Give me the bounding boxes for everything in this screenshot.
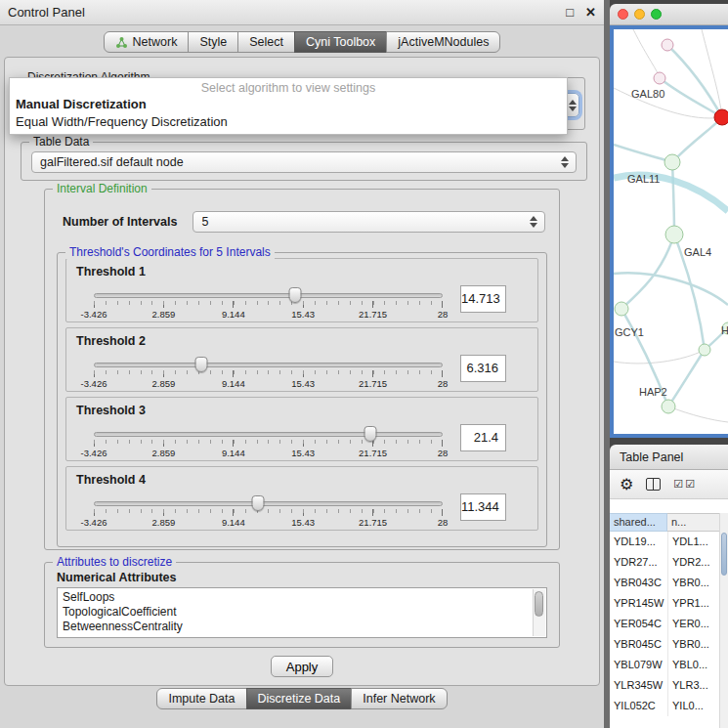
slider-thumb[interactable]: [251, 495, 264, 511]
scale-tick-label: 21.715: [359, 448, 387, 458]
tab-network[interactable]: Network: [104, 31, 190, 53]
threshold-3-value-field[interactable]: 21.4: [460, 424, 506, 451]
table-row[interactable]: YPR145WYPR1...: [610, 593, 728, 614]
network-node[interactable]: [615, 302, 628, 316]
group-label: Interval Definition: [53, 182, 151, 195]
column-header-shared-name[interactable]: shared...: [610, 513, 667, 532]
threshold-4-slider[interactable]: -3.426 2.859 9.144 15.43 21.715 28: [92, 495, 445, 529]
table-row[interactable]: YER054CYER0...: [610, 614, 728, 634]
tab-select[interactable]: Select: [237, 31, 295, 53]
slider-ticks: [94, 370, 443, 377]
table-data-group: Table Data galFiltered.sif default node: [21, 142, 587, 181]
threshold-3-slider[interactable]: -3.426 2.859 9.144 15.43 21.715 28: [92, 426, 445, 459]
scrollbar-thumb[interactable]: [535, 591, 543, 617]
network-node[interactable]: [665, 226, 683, 243]
slider-ticks: [94, 301, 443, 308]
thresholds-group: Threshold's Coordinates for 5 Intervals …: [57, 252, 547, 547]
threshold-4-panel: Threshold 4 -3.426 2.859 9.144 15.43: [65, 466, 538, 531]
float-window-icon[interactable]: □: [566, 5, 574, 20]
table-row[interactable]: YBR045CYBR0...: [610, 634, 728, 655]
slider-scale-labels: -3.426 2.859 9.144 15.43 21.715 28: [94, 309, 443, 321]
table-row[interactable]: YBL079WYBL0...: [610, 655, 728, 675]
scale-tick-label: 21.715: [359, 517, 387, 528]
network-node-label: GCY1: [615, 326, 644, 338]
bottom-tab-bar: Impute Data Discretize Data Infer Networ…: [0, 688, 604, 709]
interval-definition-group: Interval Definition Number of Intervals …: [44, 189, 560, 550]
tab-infer-network[interactable]: Infer Network: [351, 688, 447, 709]
network-canvas[interactable]: GAL80 GAL11 GAL4 GCY1 HAP2 H: [614, 29, 728, 434]
attributes-scrollbar[interactable]: [533, 589, 545, 636]
list-item[interactable]: SelfLoops: [63, 590, 546, 605]
scale-tick-label: -3.426: [81, 517, 107, 528]
threshold-2-slider[interactable]: -3.426 2.859 9.144 15.43 21.715 28: [92, 357, 445, 390]
network-node[interactable]: [699, 344, 710, 356]
threshold-1-value-field[interactable]: 14.713: [460, 285, 506, 313]
threshold-2-value-field[interactable]: 6.316: [460, 355, 506, 382]
dropdown-option-equal-width-frequency[interactable]: Equal Width/Frequency Discretization: [10, 113, 567, 131]
apply-button[interactable]: Apply: [271, 656, 333, 677]
slider-track[interactable]: [94, 293, 443, 298]
mac-zoom-icon[interactable]: [651, 9, 662, 20]
tab-label: jActiveMNodules: [398, 35, 489, 49]
tab-impute-data[interactable]: Impute Data: [156, 688, 246, 709]
scale-tick-label: -3.426: [81, 448, 107, 458]
network-tab-icon: [115, 36, 128, 49]
table-row[interactable]: YDL19...YDL1...: [610, 532, 728, 552]
group-label: Threshold's Coordinates for 5 Intervals: [65, 245, 275, 259]
close-icon[interactable]: ✕: [585, 5, 596, 20]
network-node-selected[interactable]: [714, 109, 728, 125]
slider-track[interactable]: [94, 501, 443, 506]
slider-thumb[interactable]: [194, 357, 207, 372]
slider-track[interactable]: [94, 432, 443, 437]
threshold-4-value-field[interactable]: 11.344: [460, 493, 506, 521]
tab-style[interactable]: Style: [188, 31, 238, 53]
network-node[interactable]: [654, 72, 665, 84]
threshold-label: Threshold 2: [76, 334, 528, 349]
list-item[interactable]: TopologicalCoefficient: [63, 605, 546, 620]
numerical-attributes-list[interactable]: SelfLoops TopologicalCoefficient Between…: [57, 587, 547, 638]
tab-discretize-data[interactable]: Discretize Data: [246, 688, 353, 709]
scrollbar-thumb[interactable]: [721, 533, 727, 576]
scale-tick-label: 28: [438, 309, 449, 320]
slider-track[interactable]: [94, 363, 443, 367]
scale-tick-label: 9.144: [222, 378, 245, 389]
scale-tick-label: 2.859: [152, 378, 176, 389]
gear-icon[interactable]: ⚙: [620, 477, 633, 492]
network-node[interactable]: [664, 154, 680, 170]
table-header-row: shared... n...: [610, 513, 728, 532]
dropdown-placeholder: Select algorithm to view settings: [10, 78, 567, 96]
tab-jactivemnodules[interactable]: jActiveMNodules: [386, 31, 500, 53]
slider-ticks: [94, 509, 443, 516]
tab-label: Infer Network: [363, 692, 435, 706]
dropdown-arrows-icon: [528, 216, 539, 228]
table-data-selected-value: galFiltered.sif default node: [40, 155, 184, 169]
table-row[interactable]: YDR27...YDR2...: [610, 552, 728, 573]
columns-icon[interactable]: [646, 478, 661, 491]
tab-cyni-toolbox[interactable]: Cyni Toolbox: [294, 31, 387, 53]
slider-ticks: [94, 440, 443, 447]
list-item[interactable]: BetweennessCentrality: [63, 620, 546, 634]
tab-label: Style: [199, 35, 227, 49]
network-node[interactable]: [662, 39, 673, 51]
checkbox-icons[interactable]: ☑☑: [673, 478, 697, 491]
scale-tick-label: 21.715: [359, 309, 387, 320]
mac-close-icon[interactable]: [618, 9, 628, 20]
table-data-select[interactable]: galFiltered.sif default node: [31, 151, 577, 173]
slider-scale-labels: -3.426 2.859 9.144 15.43 21.715 28: [94, 378, 443, 390]
dropdown-option-manual-discretization[interactable]: Manual Discretization: [10, 96, 567, 113]
control-panel-title: Control Panel: [8, 5, 85, 20]
mac-minimize-icon[interactable]: [634, 9, 645, 20]
table-scrollbar[interactable]: [719, 513, 728, 728]
table-row[interactable]: YBR043CYBR0...: [610, 573, 728, 593]
threshold-1-slider[interactable]: -3.426 2.859 9.144 15.43 21.715 28: [92, 287, 445, 321]
slider-thumb[interactable]: [364, 426, 377, 442]
table-row[interactable]: YIL052CYIL0...: [610, 696, 728, 716]
scale-tick-label: 21.715: [359, 378, 387, 389]
table-row[interactable]: YLR345WYLR3...: [610, 675, 728, 696]
network-node[interactable]: [662, 400, 675, 413]
right-pane: GAL80 GAL11 GAL4 GCY1 HAP2 H Table Panel…: [610, 0, 728, 728]
slider-thumb[interactable]: [289, 287, 302, 303]
network-window-titlebar: [610, 4, 728, 25]
numerical-attributes-label: Numerical Attributes: [57, 571, 559, 584]
number-of-intervals-select[interactable]: 5: [193, 211, 545, 233]
